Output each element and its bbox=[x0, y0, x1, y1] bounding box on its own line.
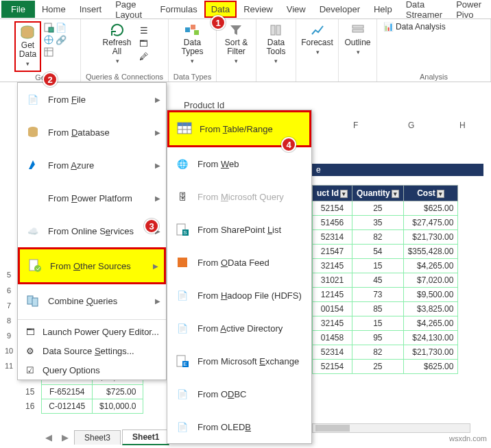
submenu-from-ms-query: 🗄From Microsoft Query bbox=[167, 180, 311, 213]
sheet-tabs: ◀ ▶ Sheet3 Sheet1 bbox=[41, 430, 169, 445]
submenu-from-ad[interactable]: 📄From Active Directory bbox=[167, 312, 311, 345]
col-cost[interactable]: Cost▾ bbox=[403, 186, 458, 201]
queries-icon[interactable]: ☰ bbox=[139, 25, 149, 36]
tab-formulas[interactable]: Formulas bbox=[153, 1, 204, 18]
svg-rect-2 bbox=[49, 27, 53, 32]
watermark: wsxdn.com bbox=[449, 434, 487, 443]
submenu-from-sharepoint-list[interactable]: SFrom SharePoint List bbox=[167, 213, 311, 246]
horizontal-scrollbar[interactable] bbox=[312, 423, 470, 433]
properties-icon[interactable]: 🗔 bbox=[139, 38, 149, 49]
data-tools-button[interactable]: Data Tools bbox=[263, 21, 288, 67]
from-table-icon[interactable] bbox=[43, 47, 54, 58]
menu-from-other-sources[interactable]: From Other Sources▶ bbox=[18, 247, 166, 284]
col-header-h[interactable]: H bbox=[459, 121, 466, 130]
editor-icon: 🗔 bbox=[25, 326, 36, 337]
group-label-queries: Queries & Connections bbox=[86, 72, 163, 81]
tab-review[interactable]: Review bbox=[237, 1, 280, 18]
ribbon-tabs: File Home Insert Page Layout Formulas Da… bbox=[0, 0, 491, 19]
table-row[interactable]: 5215425$625.00 bbox=[313, 201, 458, 216]
recent-icon[interactable]: 📄 bbox=[56, 22, 67, 33]
sheet-tab-sheet1[interactable]: Sheet1 bbox=[122, 430, 169, 445]
ribbon-body: Get Data 📄 🔗 Ge Refresh All ☰ bbox=[0, 19, 491, 82]
table-row[interactable]: 3102145$7,020.00 bbox=[313, 273, 458, 288]
refresh-icon bbox=[109, 22, 125, 38]
menu-launch-pqe[interactable]: 🗔Launch Power Query Editor... bbox=[18, 322, 166, 341]
submenu-from-oledb[interactable]: 📄From OLEDB bbox=[167, 410, 311, 443]
connections-icon[interactable]: 🔗 bbox=[56, 34, 67, 45]
table-row[interactable]: 3214515$4,265.00 bbox=[313, 316, 458, 331]
options-icon: ☑ bbox=[25, 364, 36, 375]
svg-rect-10 bbox=[352, 25, 363, 28]
col-product-id[interactable]: uct Id▾ bbox=[313, 186, 352, 201]
data-types-icon bbox=[184, 22, 200, 38]
data-types-button[interactable]: Data Types bbox=[178, 21, 206, 67]
menu-query-options[interactable]: ☑Query Options bbox=[18, 360, 166, 379]
tools-icon bbox=[267, 22, 284, 38]
sheet-nav-next[interactable]: ▶ bbox=[58, 432, 73, 443]
from-web-icon[interactable] bbox=[43, 34, 54, 45]
sort-filter-button[interactable]: Sort & Filter bbox=[222, 21, 250, 67]
table-row[interactable]: 3214515$4,265.00 bbox=[313, 259, 458, 273]
submenu-from-exchange[interactable]: EFrom Microsoft Exchange bbox=[167, 345, 311, 377]
menu-from-azure[interactable]: From Azure▶ bbox=[18, 149, 166, 182]
table-row[interactable]: 0015485$3,825.00 bbox=[313, 302, 458, 316]
forecast-button[interactable]: Forecast bbox=[298, 21, 336, 58]
step-badge-3: 3 bbox=[144, 219, 159, 234]
group-label-analysis: Analysis bbox=[420, 72, 448, 81]
edit-links-icon[interactable]: 🖉 bbox=[139, 51, 149, 62]
col-header-g[interactable]: G bbox=[408, 121, 414, 130]
ad-icon: 📄 bbox=[174, 320, 191, 336]
web-icon: 🌐 bbox=[174, 155, 191, 172]
tab-view[interactable]: View bbox=[280, 1, 313, 18]
svg-rect-8 bbox=[271, 25, 275, 35]
submenu-from-web[interactable]: 🌐From Web bbox=[167, 147, 311, 180]
odbc-icon: 📄 bbox=[174, 386, 191, 402]
menu-combine-queries[interactable]: Combine Queries▶ bbox=[18, 284, 166, 317]
file-icon: 📄 bbox=[25, 91, 41, 108]
menu-from-online-services[interactable]: ☁️From Online Services▶ bbox=[18, 214, 166, 247]
menu-from-power-platform[interactable]: From Power Platform▶ bbox=[18, 182, 166, 214]
tab-help[interactable]: Help bbox=[367, 1, 399, 18]
table-row[interactable]: 5231482$21,730.00 bbox=[313, 345, 458, 360]
sheet-tab-sheet3[interactable]: Sheet3 bbox=[74, 430, 121, 445]
data-analysis-button[interactable]: 📊 Data Analysis bbox=[381, 21, 447, 33]
from-text-icon[interactable] bbox=[43, 22, 54, 33]
tab-home[interactable]: Home bbox=[35, 1, 73, 18]
col-header-f[interactable]: F bbox=[353, 121, 358, 130]
menu-from-file[interactable]: 📄From File▶ bbox=[18, 83, 166, 116]
table-row[interactable]: 1214573$9,500.00 bbox=[313, 288, 458, 302]
submenu-from-hadoop[interactable]: 📄From Hadoop File (HDFS) bbox=[167, 279, 311, 312]
step-badge-2: 2 bbox=[43, 72, 58, 87]
step-badge-1: 1 bbox=[211, 15, 226, 30]
submenu-from-odbc[interactable]: 📄From ODBC bbox=[167, 377, 311, 410]
sheet-nav-prev[interactable]: ◀ bbox=[41, 432, 56, 443]
funnel-icon bbox=[228, 22, 244, 38]
svg-text:S: S bbox=[183, 229, 187, 236]
refresh-all-button[interactable]: Refresh All bbox=[99, 21, 134, 67]
get-data-menu: 📄From File▶ From Database▶ From Azure▶ F… bbox=[17, 82, 167, 380]
oledb-icon: 📄 bbox=[174, 419, 191, 435]
outline-button[interactable]: Outline bbox=[342, 21, 373, 58]
table-row[interactable]: 5215425$625.00 bbox=[313, 360, 458, 374]
table-row[interactable]: 2154754$355,428.00 bbox=[313, 245, 458, 259]
tab-developer[interactable]: Developer bbox=[313, 1, 367, 18]
col-quantity[interactable]: Quantity▾ bbox=[352, 186, 404, 201]
table-row[interactable]: 16C-012145$10,000.0 bbox=[19, 399, 143, 414]
file-tab[interactable]: File bbox=[1, 1, 35, 18]
svg-rect-22 bbox=[178, 258, 187, 267]
svg-rect-18 bbox=[178, 123, 191, 126]
menu-from-database[interactable]: From Database▶ bbox=[18, 116, 166, 149]
other-sources-submenu: From Table/Range 🌐From Web 🗄From Microso… bbox=[167, 110, 312, 444]
table-title-strip: e bbox=[312, 164, 483, 176]
table-row[interactable]: 5145635$27,475.00 bbox=[313, 216, 458, 230]
table-row[interactable]: 0145895$24,130.00 bbox=[313, 331, 458, 345]
menu-data-source-settings[interactable]: ⚙Data Source Settings... bbox=[18, 341, 166, 360]
table-header-row: uct Id▾ Quantity▾ Cost▾ bbox=[313, 186, 458, 201]
formula-bar-value: Product Id bbox=[184, 100, 224, 110]
database-icon bbox=[19, 25, 36, 41]
get-data-button[interactable]: Get Data bbox=[16, 23, 39, 70]
table-row[interactable]: 5231482$21,730.00 bbox=[313, 230, 458, 245]
submenu-from-odata[interactable]: From OData Feed bbox=[167, 246, 311, 279]
table-row[interactable]: 15F-652154$725.00 bbox=[19, 385, 143, 399]
tab-insert[interactable]: Insert bbox=[73, 1, 109, 18]
